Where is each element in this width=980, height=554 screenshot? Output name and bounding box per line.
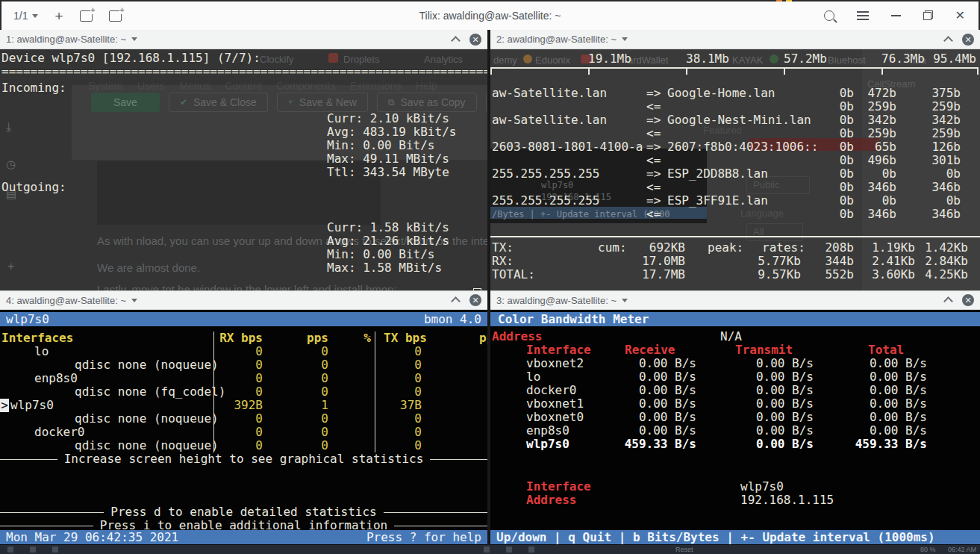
chevron-down-icon	[622, 37, 628, 41]
tx-bps: 0	[414, 426, 422, 439]
close-pane-button[interactable]: ✕	[469, 294, 481, 306]
transmit-rate: 0.00 B/s	[756, 370, 814, 384]
pane3-tab-title[interactable]: 3: awalding@aw-Satellite: ~	[496, 295, 628, 306]
interface-row[interactable]: lo 0 0 0	[0, 345, 487, 358]
rate-40s: 0b	[946, 194, 961, 208]
source-host: aw-Satellite.lan	[492, 87, 607, 100]
receive-rate: 0.00 B/s	[639, 424, 696, 438]
edge-dot-yellow	[786, 0, 792, 1]
ghost-buttons: Save ✔Save & Close +Save & New ⧉Save as …	[91, 93, 487, 112]
pane3-tab-label: 3: awalding@aw-Satellite: ~	[496, 295, 617, 306]
cbm-statusbar: Up/down | q Quit | b Bits/Bytes | +- Upd…	[490, 530, 980, 544]
interface-name: enp8s0	[34, 372, 78, 385]
interface-name: vboxnet0	[526, 411, 584, 424]
bmon-notice: Increase screen height to see graphical …	[0, 452, 487, 466]
terminal-pane-iftop[interactable]: demy Eduonix ardWallet KAYAK Bluehost ri…	[490, 49, 980, 290]
ghost-icon	[506, 547, 512, 553]
iftop-tx-row: TX: cum: 692KB peak: rates: 208b 1.19Kb …	[490, 241, 980, 255]
interface-row[interactable]: > wlp7s0 392B 1 37B	[0, 399, 487, 412]
interface-row[interactable]: docker0 0 0 0	[0, 426, 487, 439]
ghost-download-icon: ⤓	[6, 120, 11, 134]
stat-line: Curr: 2.10 kBit/s	[327, 112, 456, 125]
maximize-pane-icon[interactable]	[943, 36, 953, 46]
direction-arrow: =>	[646, 87, 661, 100]
pane1-tab-title[interactable]: 1: awalding@aw-Satellite: ~	[6, 34, 137, 45]
rx-pps: 0	[321, 426, 328, 439]
terminal-pane-bmon[interactable]: wlp7s0 bmon 4.0 Interfaces RX bps pps % …	[0, 310, 487, 554]
address-label: Address	[492, 330, 542, 343]
add-terminal-right-icon[interactable]	[80, 10, 93, 22]
bmon-interface-name: wlp7s0	[6, 313, 49, 326]
interface-name: docker0	[34, 426, 84, 439]
interface-name: wlp7s0	[10, 399, 54, 412]
session-indicator[interactable]: 1/1	[13, 10, 38, 22]
interface-row[interactable]: wlp7s0 459.33 B/s 0.00 B/s 459.33 B/s	[490, 438, 980, 451]
maximize-pane-icon[interactable]	[451, 296, 461, 306]
interface-row[interactable]: enp8s0 0 0 0	[0, 372, 487, 385]
maximize-button[interactable]	[923, 10, 933, 20]
bmon-hint-detailed: Press d to enable detailed statistics	[0, 505, 487, 519]
interface-row[interactable]: vboxnet0 0.00 B/s 0.00 B/s 0.00 B/s	[490, 411, 980, 424]
chevron-down-icon	[622, 299, 628, 302]
close-pane-button[interactable]: ✕	[962, 34, 974, 46]
interface-row[interactable]: vboxnet2 0.00 B/s 0.00 B/s 0.00 B/s	[490, 357, 980, 370]
interface-row[interactable]: enp8s0 0.00 B/s 0.00 B/s 0.00 B/s	[490, 424, 980, 438]
bmon-column-headers: Interfaces RX bps pps % TX bps pp	[0, 332, 487, 345]
scale-label: 57.2Mb	[784, 52, 827, 66]
scale-tick	[784, 69, 785, 75]
direction-arrow: <=	[646, 154, 661, 167]
ghost-save-button: Save	[91, 93, 160, 112]
rate-10s: 472b	[867, 87, 896, 100]
rate-10s: 346b	[867, 208, 896, 221]
interface-row[interactable]: qdisc none (fq_codel) 0 0 0	[0, 385, 487, 399]
new-session-button[interactable]: +	[54, 9, 63, 23]
close-pane-button[interactable]: ✕	[469, 34, 481, 46]
minimize-button[interactable]	[891, 15, 901, 16]
rate-10s: 259b	[867, 100, 896, 113]
interface-name: vboxnet1	[526, 397, 584, 411]
pane-divider[interactable]	[487, 30, 490, 554]
close-pane-button[interactable]: ✕	[962, 294, 974, 306]
stat-line: Max: 49.11 MBit/s	[327, 152, 456, 166]
transmit-rate: 0.00 B/s	[756, 357, 814, 370]
ghost-clock: 06:42 AM	[948, 546, 976, 553]
maximize-pane-icon[interactable]	[451, 36, 461, 46]
interface-name: qdisc none (fq_codel)	[75, 385, 225, 399]
total-rate: 0.00 B/s	[870, 357, 927, 370]
rate-2s: 0b	[840, 208, 854, 221]
nload-outgoing-stats: Curr: 1.58 kBit/sAvg: 21.26 kBit/sMin: 0…	[327, 221, 449, 275]
interface-row[interactable]: docker0 0.00 B/s 0.00 B/s 0.00 B/s	[490, 384, 980, 397]
cbm-address-line: Address N/A	[490, 330, 980, 343]
maximize-pane-icon[interactable]	[943, 296, 953, 306]
rate-2s: 0b	[840, 140, 854, 154]
ghost-favicon	[328, 53, 338, 63]
nload-device-line: Device wlp7s0 [192.168.1.115] (7/7):	[1, 52, 260, 65]
scale-tick	[977, 69, 979, 75]
direction-arrow: =>	[646, 140, 661, 154]
terminal-pane-cbm[interactable]: Color Bandwidth Meter Address N/A Interf…	[490, 310, 980, 554]
terminal-pane-nload[interactable]: Clockify Droplets Analytics System Users…	[0, 49, 487, 290]
close-window-button[interactable]: ✕	[955, 10, 965, 22]
pane2-tab: 2: awalding@aw-Satellite: ~ ✕	[490, 30, 980, 49]
ghost-icon	[484, 547, 490, 553]
interface-row[interactable]: qdisc none (noqueue) 0 0 0	[0, 412, 487, 426]
hamburger-menu-icon[interactable]	[857, 9, 869, 22]
interface-row[interactable]: lo 0.00 B/s 0.00 B/s 0.00 B/s	[490, 370, 980, 384]
receive-rate: 0.00 B/s	[639, 411, 696, 424]
pane4-tab-title[interactable]: 4: awalding@aw-Satellite: ~	[6, 295, 137, 306]
interface-name: wlp7s0	[526, 438, 569, 451]
pane2-tab-title[interactable]: 2: awalding@aw-Satellite: ~	[496, 34, 628, 45]
stat-line: Ttl: 343.54 MByte	[327, 166, 456, 179]
stat-line: Min: 0.00 Bit/s	[327, 139, 456, 152]
selection-cursor: >	[0, 399, 9, 412]
rx-bps: 0	[255, 345, 263, 358]
transmit-rate: 0.00 B/s	[756, 424, 814, 438]
interface-row[interactable]: qdisc none (noqueue) 0 0 0	[0, 439, 487, 452]
interface-row[interactable]: qdisc none (noqueue) 0 0 0	[0, 358, 487, 372]
cbm-title-text: Color Bandwidth Meter	[498, 313, 649, 326]
search-icon[interactable]	[824, 10, 834, 21]
interface-row[interactable]: vboxnet1 0.00 B/s 0.00 B/s 0.00 B/s	[490, 397, 980, 411]
total-rate: 0.00 B/s	[870, 384, 927, 397]
pane3-tab: 3: awalding@aw-Satellite: ~ ✕	[490, 290, 980, 310]
add-terminal-down-icon[interactable]	[109, 10, 122, 22]
